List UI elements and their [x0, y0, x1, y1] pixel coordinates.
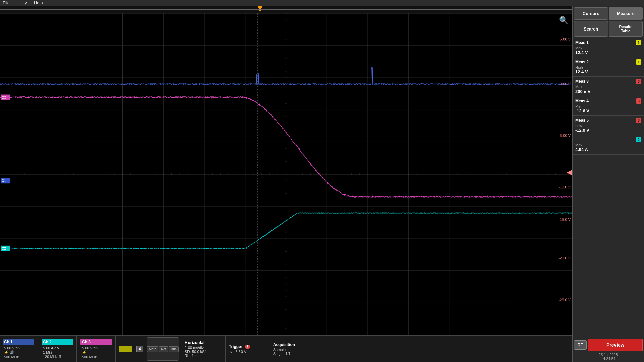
ch1-info: Ch 1 5.00 V/div ⚡ 🔊 500 MHz — [0, 336, 37, 362]
meas3-type: Max — [575, 85, 641, 89]
ch2-impedance: 1 MΩ — [42, 350, 73, 354]
ch1-header[interactable]: Ch 1 — [3, 339, 34, 345]
ch3-header[interactable]: Ch 3 — [80, 339, 112, 345]
measure-button[interactable]: Measure — [609, 7, 643, 20]
sep3 — [115, 336, 116, 362]
rf-preview-row: RF Preview — [574, 339, 643, 351]
right-top-row1: Cursors Measure — [573, 6, 644, 20]
num4-button[interactable]: 4 — [136, 346, 143, 352]
right-panel: Cursors Measure Search ResultsTable Meas… — [572, 6, 644, 362]
measurements-list: Meas 1 1 Max 12.4 V Meas 2 1 High 12.4 V… — [573, 38, 644, 155]
ch2-info: Ch 2 5.00 A/div 1 MΩ 120 MHz ℝ — [39, 336, 76, 362]
acquisition-block: Acquisition Sample Single: 1/1 — [270, 336, 317, 362]
trigger-title: Trigger 3 — [229, 344, 266, 349]
ch1-vdiv: 5.00 V/div — [3, 346, 34, 350]
horizontal-rl: RL: 1 kpts — [185, 354, 221, 358]
trigger-value: -6.60 V — [234, 350, 246, 354]
meas4-badge: 3 — [636, 98, 641, 104]
ch1-icon2: 🔊 — [10, 350, 14, 354]
date-display: 25 Jul 2023 14:24:54 — [574, 353, 643, 361]
meas1-title: Meas 1 — [575, 40, 589, 45]
meas5-panel: Meas 5 3 Low -12.0 V — [573, 116, 644, 135]
trigger-badge: 3 — [245, 345, 250, 349]
ch2-label: Ch 2 — [43, 340, 52, 344]
preview-button[interactable]: Preview — [588, 339, 643, 351]
meas4-panel: Meas 4 3 Min -12.6 V — [573, 96, 644, 116]
meas2-badge: 1 — [636, 59, 641, 65]
trigger-block: Trigger 3 ↘ -6.60 V — [225, 336, 269, 362]
search-button[interactable]: Search — [574, 21, 608, 37]
meas5-type: Low — [575, 124, 641, 128]
horizontal-block: Horizontal 2.00 ms/div SR: 50.0 kS/s RL:… — [181, 336, 225, 362]
meas6-badge: 2 — [636, 137, 641, 142]
meas6-type: Max — [575, 143, 641, 147]
time-value: 14:24:54 — [601, 357, 615, 361]
meas1-badge: 1 — [636, 40, 641, 45]
ch1-icons: ⚡ 🔊 — [3, 350, 34, 355]
menu-file[interactable]: File — [3, 0, 10, 5]
waveform-canvas[interactable] — [0, 13, 572, 335]
main-area: T 🔍 ◀ ⋮ Ch 1 5.00 V/div ⚡ — [0, 6, 644, 362]
meas4-title: Meas 4 — [575, 99, 589, 103]
math-button[interactable]: Math — [147, 346, 158, 352]
menu-help[interactable]: Help — [34, 0, 43, 5]
meas5-value: -12.0 V — [575, 128, 641, 133]
ch3-bw: 500 MHz — [80, 355, 112, 359]
meas4-type: Min — [575, 104, 641, 108]
trigger-slope-value: ↘ -6.60 V — [229, 350, 266, 354]
ch3-info: Ch 3 5.00 V/div ⚡ 500 MHz — [78, 336, 115, 362]
meas6-panel: 2 Max 4.64 A — [573, 135, 644, 155]
meas1-panel: Meas 1 1 Max 12.4 V — [573, 38, 644, 57]
dots-menu[interactable]: ⋮ — [0, 165, 567, 172]
horizontal-msdiv: 2.00 ms/div — [185, 346, 221, 350]
ch1-icon1: ⚡ — [4, 350, 9, 354]
meas3-panel: Meas 3 3 Max 200 mV — [573, 77, 644, 96]
waveform-indicator — [119, 346, 132, 352]
trigger-bar: T — [0, 6, 572, 13]
meas3-title: Meas 3 — [575, 79, 589, 84]
ch2-vdiv: 5.00 A/div — [42, 346, 73, 350]
date-value: 25 Jul 2023 — [599, 353, 618, 357]
ch1-bw: 500 MHz — [3, 355, 34, 359]
meas3-badge: 3 — [636, 79, 641, 84]
ch2-header[interactable]: Ch 2 — [42, 339, 73, 345]
cursor-arrow: ◀ — [567, 168, 572, 176]
right-bottom: RF Preview 25 Jul 2023 14:24:54 — [573, 337, 644, 362]
ch1-label: Ch 1 — [4, 340, 13, 344]
scope-area: T 🔍 ◀ ⋮ Ch 1 5.00 V/div ⚡ — [0, 6, 572, 362]
ch2-bw: 120 MHz ℝ — [42, 355, 73, 359]
cursors-button[interactable]: Cursors — [574, 7, 608, 20]
meas5-title: Meas 5 — [575, 118, 589, 123]
math-ref-bus: Math Ref Bus — [147, 337, 179, 361]
zoom-icon[interactable]: 🔍 — [559, 16, 569, 26]
acq-ratio: Single: 1/1 — [273, 352, 313, 356]
right-top-row2: Search ResultsTable — [573, 20, 644, 38]
trigger-slope: ↘ — [229, 350, 232, 354]
meas4-value: -12.6 V — [575, 108, 641, 113]
horizontal-sr: SR: 50.0 kS/s — [185, 350, 221, 354]
meas1-value: 12.4 V — [575, 50, 641, 55]
waveform-container: 🔍 ◀ ⋮ — [0, 13, 572, 335]
meas6-value: 4.64 A — [575, 147, 641, 152]
meas2-title: Meas 2 — [575, 60, 589, 64]
menu-utility[interactable]: Utility — [16, 0, 27, 5]
sep1 — [38, 336, 38, 362]
meas3-value: 200 mV — [575, 89, 641, 94]
meas2-type: High — [575, 65, 641, 69]
ch3-icon: ⚡ — [80, 350, 112, 355]
ch2-extra: ℝ — [59, 355, 62, 359]
meas1-type: Max — [575, 46, 641, 50]
ch3-label: Ch 3 — [82, 340, 91, 344]
menu-bar: File Utility Help — [0, 0, 644, 6]
horizontal-title: Horizontal — [185, 340, 221, 345]
sep2 — [76, 336, 77, 362]
bottom-bar: Ch 1 5.00 V/div ⚡ 🔊 500 MHz Ch 2 5.00 A/… — [0, 335, 572, 362]
ch3-vdiv: 5.00 V/div — [80, 346, 112, 350]
meas2-value: 12.4 V — [575, 69, 641, 74]
ref-button[interactable]: Ref — [159, 346, 168, 352]
results-table-button[interactable]: ResultsTable — [609, 21, 643, 37]
bus-button[interactable]: Bus — [169, 346, 178, 352]
rf-button[interactable]: RF — [574, 340, 587, 350]
meas2-panel: Meas 2 1 High 12.4 V — [573, 57, 644, 77]
mrb-row: Math Ref Bus — [147, 346, 179, 352]
